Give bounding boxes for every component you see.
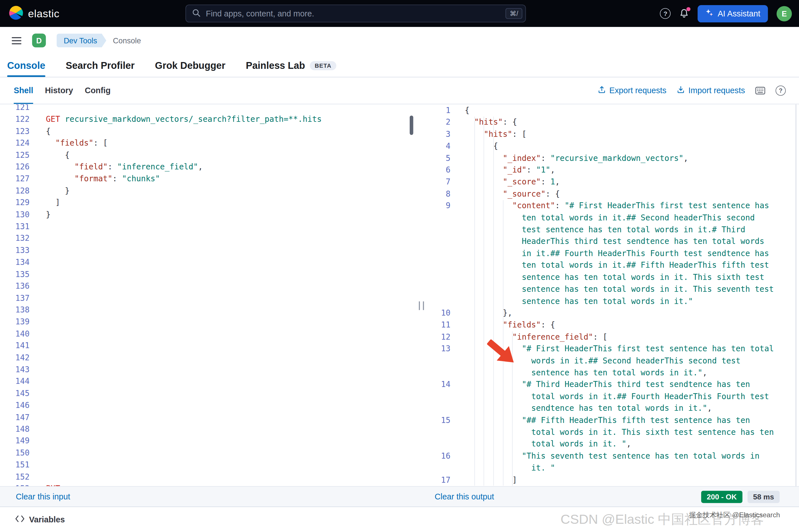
export-icon [598, 86, 606, 96]
code-line[interactable]: 6"_id": "1", [426, 165, 799, 176]
space-badge[interactable]: D [32, 34, 46, 48]
code-line[interactable]: 17] [426, 474, 799, 486]
subtab-shell[interactable]: Shell [14, 77, 34, 104]
code-line[interactable]: 150 [0, 447, 417, 459]
code-line[interactable]: 141 [0, 340, 417, 352]
code-text: { [46, 126, 51, 138]
code-line[interactable]: 152 [0, 471, 417, 483]
code-line[interactable]: 131 [0, 221, 417, 233]
code-line[interactable]: 127 "format": "chunks" [0, 173, 417, 185]
code-line[interactable]: 2"hits": { [426, 117, 799, 129]
line-number: 3 [426, 129, 450, 140]
line-number: 142 [0, 352, 30, 364]
pane-resizer[interactable] [417, 104, 426, 486]
code-line[interactable]: 10}, [426, 307, 799, 319]
code-line[interactable]: 9"content": "# First HeaderThis first te… [426, 200, 799, 308]
watermark-juejin: 掘金技术社区 @Elasticsearch [689, 511, 780, 520]
import-requests-label: Import requests [688, 86, 745, 95]
code-line[interactable]: 8"_source": { [426, 188, 799, 200]
subtab-history[interactable]: History [45, 77, 73, 104]
code-line[interactable]: 15"## Fifth HeaderThis fifth test senten… [426, 415, 799, 451]
code-line[interactable]: 121 [0, 104, 417, 114]
code-line[interactable]: 137 [0, 292, 417, 304]
code-line[interactable]: 146 [0, 400, 417, 412]
code-line[interactable]: 16"This seventh test sentence has ten to… [426, 451, 799, 474]
breadcrumb-bar: D Dev Tools Console [0, 27, 799, 54]
menu-icon[interactable] [12, 37, 21, 44]
code-line[interactable]: 4{ [426, 140, 799, 152]
code-line[interactable]: 145 [0, 388, 417, 400]
left-scrollbar-thumb[interactable] [410, 116, 413, 135]
code-line[interactable]: 125 { [0, 150, 417, 162]
status-badge: 200 - OK [701, 491, 742, 503]
code-text: } [46, 209, 51, 221]
search-icon [192, 8, 200, 19]
tab-search-profiler[interactable]: Search Profiler [66, 54, 135, 77]
elastic-logo[interactable]: elastic [8, 5, 59, 22]
global-search[interactable]: ⌘/ [185, 4, 526, 22]
editor-footer: Clear this input Clear this output 200 -… [0, 486, 799, 507]
clear-output-button[interactable]: Clear this output [435, 492, 494, 501]
keyboard-shortcuts-button[interactable] [755, 87, 765, 95]
line-number: 16 [426, 451, 450, 462]
console-help-button[interactable]: ? [776, 86, 786, 96]
variables-button[interactable]: Variables [15, 515, 65, 524]
clear-input-button[interactable]: Clear this input [16, 492, 70, 501]
subtab-config[interactable]: Config [85, 77, 111, 104]
code-line[interactable]: 1{ [426, 105, 799, 117]
line-number: 145 [0, 388, 30, 400]
code-line[interactable]: 7"_score": 1, [426, 176, 799, 188]
code-line[interactable]: 136 [0, 281, 417, 292]
code-line[interactable]: 140 [0, 328, 417, 340]
help-icon[interactable]: ? [660, 8, 671, 19]
code-line[interactable]: 148 [0, 423, 417, 435]
tab-grok-debugger[interactable]: Grok Debugger [155, 54, 226, 77]
line-number: 123 [0, 126, 30, 138]
code-line[interactable]: 3"hits": [ [426, 129, 799, 140]
code-line[interactable]: 123{ [0, 126, 417, 138]
code-line[interactable]: 124 "fields": [ [0, 138, 417, 150]
code-line[interactable]: 149 [0, 435, 417, 447]
code-line[interactable]: 130} [0, 209, 417, 221]
code-line[interactable]: 126 "field": "inference_field", [0, 162, 417, 173]
code-line[interactable]: 143 [0, 364, 417, 376]
code-text: }, [465, 307, 774, 319]
code-line[interactable]: 128 } [0, 185, 417, 197]
breadcrumb-devtools[interactable]: Dev Tools [56, 34, 106, 48]
line-number: 135 [0, 269, 30, 281]
code-line[interactable]: 134 [0, 256, 417, 269]
notifications-button[interactable] [679, 9, 689, 18]
code-line[interactable]: 133 [0, 245, 417, 256]
code-line[interactable]: 151 [0, 459, 417, 471]
export-requests-button[interactable]: Export requests [598, 86, 667, 96]
code-line[interactable]: 5"_index": "recursive_markdown_vectors", [426, 152, 799, 164]
tab-painless-lab[interactable]: Painless Lab BETA [246, 54, 337, 77]
line-number: 127 [0, 173, 30, 185]
code-line[interactable]: 14"# Third HeaderThis third test sendten… [426, 379, 799, 415]
code-line[interactable]: 144 [0, 376, 417, 388]
code-line[interactable]: 142 [0, 352, 417, 364]
code-line[interactable]: 139 [0, 317, 417, 328]
user-avatar[interactable]: E [777, 6, 792, 21]
code-line[interactable]: 13"# First HeaderThis first test sentenc… [426, 343, 799, 379]
request-editor-pane[interactable]: 121122GET recursive_markdown_vectors/_se… [0, 104, 417, 486]
import-requests-button[interactable]: Import requests [676, 86, 745, 96]
code-line[interactable]: 138 [0, 305, 417, 317]
code-line[interactable]: 12"inference_field": [ [426, 331, 799, 343]
code-line[interactable]: 132 [0, 233, 417, 245]
output-editor-pane[interactable]: 1{2"hits": {3"hits": [4{5"_index": "recu… [426, 104, 799, 486]
code-line[interactable]: 129 ] [0, 197, 417, 209]
code-line[interactable]: 153PUT [0, 483, 417, 487]
breadcrumb-console: Console [113, 36, 141, 45]
code-line[interactable]: 11"fields": { [426, 319, 799, 331]
line-number: 129 [0, 197, 30, 209]
right-scrollbar-track[interactable] [795, 104, 796, 486]
search-input[interactable] [205, 8, 506, 19]
code-text: PUT [46, 483, 65, 487]
tab-console[interactable]: Console [7, 54, 46, 77]
code-line[interactable]: 147 [0, 412, 417, 423]
code-line[interactable]: 135 [0, 269, 417, 281]
ai-assistant-button[interactable]: AI Assistant [698, 5, 768, 22]
code-text: { [465, 105, 774, 117]
code-line[interactable]: 122GET recursive_markdown_vectors/_searc… [0, 114, 417, 126]
